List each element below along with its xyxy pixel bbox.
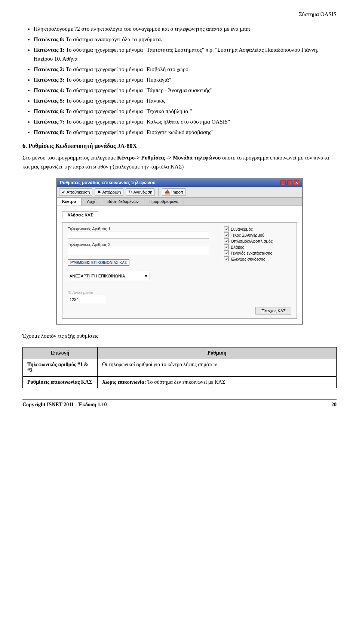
check-gegonos[interactable]: ✔ Γεγονός εγκατάστασης	[224, 250, 291, 255]
tab-vasi[interactable]: Βάση δεδομένων	[102, 198, 144, 206]
table-cell-col2: Οι τηλεφωνικοί αριθμοί για το κέντρο λήψ…	[98, 359, 337, 377]
save-button[interactable]: ✔ Αποθήκευση	[59, 188, 92, 196]
dropdown-value: ΑΝΕΞΑΡΤΗΤΗ ΕΠΙΚΟΙΝΩΝΙΑ	[70, 274, 125, 278]
check-box-vlaves[interactable]: ✔	[224, 244, 229, 249]
check-box-oplismos[interactable]: ✔	[224, 239, 229, 243]
refresh-label: Ανανέωση	[133, 190, 152, 194]
bottom-row: Έλεγχος ΚΛΣ	[68, 307, 291, 315]
id-input[interactable]	[68, 296, 105, 303]
check-oplismos[interactable]: ✔ Οπλισμός/Αφοπλισμός	[224, 239, 291, 243]
phone1-row: Τηλεφωνικός Αριθμός 1	[68, 227, 209, 239]
check-label-elegxos: Έλεγχος σύνδεσης	[231, 257, 265, 261]
import-button[interactable]: 📥 Import	[162, 188, 185, 196]
screenshot-panel: Ρυθμίσεις μονάδας επικοινωνίας τηλεφώνου…	[56, 178, 303, 325]
tab-proryth[interactable]: Προρυθμισμένα	[144, 198, 184, 206]
check-elegxos[interactable]: ✔ Έλεγχος σύνδεσης	[224, 256, 291, 261]
check-box-synagermos[interactable]: ✔	[224, 227, 229, 231]
section6-title: 6. Ρυθμίσεις Κωδικοποιητή μονάδας JA-80X	[22, 143, 337, 149]
bullet-item: Πατώντας 0: Το σύστημα αναπαράγει όλα τα…	[34, 35, 337, 44]
panel-form: Τηλεφωνικός Αριθμός 1 Τηλεφωνικός Αριθμό…	[62, 222, 297, 319]
check-box-telos[interactable]: ✔	[224, 233, 229, 237]
cancel-button[interactable]: ✖ Απόρριψη	[95, 188, 123, 196]
bullet-item: Πληκτρολογούμε 72 στο πληκτρολόγιο του σ…	[34, 24, 337, 33]
refresh-icon: ↻	[128, 189, 132, 195]
phone2-row: Τηλεφωνικός Αριθμός 2	[68, 242, 209, 254]
tab-kliseis-kls[interactable]: Κλήσεις ΚΛΣ	[62, 211, 98, 219]
table-row: Τηλεφωνικός αριθμός #1 & #2Οι τηλεφωνικο…	[23, 359, 337, 377]
bullet-item: Πατώντας 3: Το σύστημα ηχογραφεί το μήνυ…	[34, 75, 337, 84]
phone1-label: Τηλεφωνικός Αριθμός 1	[68, 227, 209, 231]
minimize-icon[interactable]: _	[280, 180, 286, 185]
refresh-button[interactable]: ↻ Ανανέωση	[126, 188, 155, 196]
check-synagermos[interactable]: ✔ Συναγερμός	[224, 227, 291, 231]
bullet-item: Πατώντας 2: Το σύστημα ηχογραφεί το μήνυ…	[34, 65, 337, 74]
copyright-text: Copyright ISNET 2011 - Έκδοση 1.10	[22, 402, 107, 408]
panel-body: Κλήσεις ΚΛΣ Τηλεφωνικός Αριθμός 1 Τηλεφω…	[57, 206, 302, 324]
bullet-item: Πατώντας 5: Το σύστημα ηχογραφεί το μήνυ…	[34, 96, 337, 105]
tab-kentro[interactable]: Κέντρο	[57, 198, 82, 206]
phone1-input[interactable]	[68, 231, 209, 239]
page-title: Σύστημα OASIS	[299, 11, 337, 17]
table-body: Τηλεφωνικός αριθμός #1 & #2Οι τηλεφωνικο…	[23, 359, 337, 388]
chevron-down-icon: ▼	[144, 274, 148, 278]
panel-titlebar: Ρυθμίσεις μονάδας επικοινωνίας τηλεφώνου…	[57, 179, 302, 187]
check-label-synagermos: Συναγερμός	[231, 227, 253, 231]
bullet-list: Πληκτρολογούμε 72 στο πληκτρολόγιο του σ…	[34, 24, 337, 137]
phone2-label: Τηλεφωνικός Αριθμός 2	[68, 242, 209, 247]
check-vlaves[interactable]: ✔ Βλάβες	[224, 244, 291, 249]
page-header: Σύστημα OASIS	[22, 11, 337, 18]
result-text: Έχουμε λοιπόν τις εξής ρυθμίσεις	[22, 331, 337, 340]
cancel-icon: ✖	[97, 189, 101, 195]
save-label: Αποθήκευση	[67, 190, 90, 194]
bullet-item: Πατώντας 8: Το σύστημα ηχογραφεί το μήνυ…	[34, 128, 337, 137]
table-cell-col1: Τηλεφωνικός αριθμός #1 & #2	[23, 359, 98, 377]
check-label-vlaves: Βλάβες	[231, 245, 244, 249]
panel-toolbar: ✔ Αποθήκευση ✖ Απόρριψη ↻ Ανανέωση 📥 Imp…	[57, 187, 302, 198]
check-kls-button[interactable]: Έλεγχος ΚΛΣ	[255, 307, 291, 315]
panel-titlebar-controls[interactable]: _ □ ✕	[280, 180, 299, 185]
bullet-item: Πατώντας 6: Το σύστημα ηχογραφεί το μήνυ…	[34, 107, 337, 116]
check-label-oplismos: Οπλισμός/Αφοπλισμός	[231, 239, 273, 243]
toolbar-separator	[158, 188, 159, 196]
maximize-icon[interactable]: □	[287, 180, 292, 185]
table-row: Ρυθμίσεις επικοινωνίας ΚΛΣΧωρίς επικοινω…	[23, 377, 337, 388]
checkboxes-group: ✔ Συναγερμός ✔ Τέλος Συναγερμού ✔ Οπλισμ…	[224, 227, 291, 261]
page-footer: Copyright ISNET 2011 - Έκδοση 1.10 20	[22, 399, 337, 408]
tab-arxi[interactable]: Αρχή	[82, 198, 102, 206]
section6-intro: Στο μενού του προγράμματος επιλέγουμε Κέ…	[22, 153, 337, 171]
col-header-rythmisi: Ρύθμιση	[98, 347, 337, 359]
panel-titlebar-title: Ρυθμίσεις μονάδας επικοινωνίας τηλεφώνου	[60, 180, 156, 185]
check-box-elegxos[interactable]: ✔	[224, 256, 229, 261]
cancel-label: Απόρριψη	[102, 190, 121, 194]
check-telos[interactable]: ✔ Τέλος Συναγερμού	[224, 233, 291, 237]
card-tabs-row[interactable]: Κλήσεις ΚΛΣ	[62, 211, 297, 219]
phone2-input[interactable]	[68, 247, 209, 254]
close-icon[interactable]: ✕	[294, 180, 299, 185]
bullet-item: Πατώντας 1: Το σύστημα ηχογραφεί το μήνυ…	[34, 45, 337, 63]
bullet-item: Πατώντας 4: Το σύστημα ηχογραφεί το μήνυ…	[34, 86, 337, 95]
import-icon: 📥	[165, 189, 170, 195]
table-cell-col2: Χωρίς επικοινωνία: Το σύστημα δεν επικοι…	[98, 377, 337, 388]
table-cell-col1: Ρυθμίσεις επικοινωνίας ΚΛΣ	[23, 377, 98, 388]
comm-section-label: ΡΥΘΜΙΣΕΙΣ ΕΠΙΚΟΙΝΩΝΙΑΣ ΚΛΣ	[68, 259, 129, 266]
bullet-item: Πατώντας 7: Το σύστημα ηχογραφεί το μήνυ…	[34, 117, 337, 126]
col-header-epilogi: Επιλογή	[23, 347, 98, 359]
check-box-gegonos[interactable]: ✔	[224, 250, 229, 255]
comm-dropdown[interactable]: ΑΝΕΞΑΡΤΗΤΗ ΕΠΙΚΟΙΝΩΝΙΑ ▼	[68, 272, 150, 280]
settings-table: Επιλογή Ρύθμιση Τηλεφωνικός αριθμός #1 &…	[22, 347, 337, 388]
check-label-telos: Τέλος Συναγερμού	[231, 233, 264, 237]
id-label: ID Αντικειμένου	[68, 291, 209, 295]
import-label: Import	[171, 190, 183, 194]
check-label-gegonos: Γεγονός εγκατάστασης	[231, 251, 272, 255]
save-icon: ✔	[62, 189, 65, 195]
page-number: 20	[331, 402, 337, 408]
panel-nav-tabs[interactable]: Κέντρο Αρχή Βάση δεδομένων Προρυθμισμένα	[57, 198, 302, 206]
